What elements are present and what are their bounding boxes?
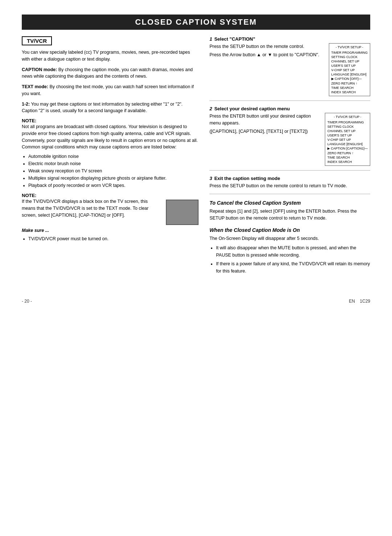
footer: - 20 - EN 1C29 <box>22 299 370 304</box>
step3-title: Exit the caption setting mode <box>214 176 280 181</box>
note2-label: NOTE: <box>22 193 199 198</box>
step2-text1: Press the ENTER button until your desire… <box>209 113 321 127</box>
step1-text1: Press the SETUP button on the remote con… <box>209 43 325 50</box>
footer-page: - 20 - <box>22 299 32 304</box>
when-section: When the Closed Caption Mode is On The O… <box>209 227 370 275</box>
text-mode-label: TEXT mode: <box>22 84 48 89</box>
menu-item: CHANNEL SET UP <box>331 59 368 64</box>
step2-content: Press the ENTER button until your desire… <box>209 113 370 166</box>
menu1-box: - TV/VCR SETUP - TIMER PROGRAMMING SETTI… <box>329 43 371 96</box>
make-sure-list: TV/DVD/VCR power must be turned on. <box>28 235 199 242</box>
menu-item: V-CHIP SET UP <box>331 68 368 72</box>
list-item: It will also disappear when the MUTE but… <box>216 244 370 259</box>
right-column: 1 Select "CAPTION" Press the SETUP butto… <box>209 36 370 277</box>
step2-text: Press the ENTER button until your desire… <box>209 113 321 135</box>
menu-item: TIME SEARCH <box>327 155 368 160</box>
menu-item: SETTING CLOCK <box>331 55 368 59</box>
list-item: Weak snowy reception on TV screen <box>28 167 199 175</box>
cancel-title: To Cancel the Closed Caption System <box>209 200 370 206</box>
step2-text2: ([CAPTION1], [CAPTION2], [TEXT1] or [TEX… <box>209 128 321 135</box>
caption-mode-label: CAPTION mode: <box>22 67 57 72</box>
onetwo-label: 1-2: <box>22 102 30 107</box>
step3-text: Press the SETUP button on the remote con… <box>209 183 370 189</box>
page-title: CLOSED CAPTION SYSTEM <box>22 15 370 30</box>
tv-screen-illustration <box>166 200 199 225</box>
list-item: Playback of poorly recorded or worn VCR … <box>28 182 199 189</box>
menu-item: INDEX SEARCH <box>327 160 368 164</box>
menu-item: CHANNEL SET UP <box>327 129 368 133</box>
note1-section: NOTE: Not all programs are broadcast wit… <box>22 118 199 189</box>
bullet-list: Automobile ignition noise Electric motor… <box>28 153 199 189</box>
footer-code: 1C29 <box>360 299 370 304</box>
text-mode-para: TEXT mode: By choosing the text mode, yo… <box>22 83 199 97</box>
menu2-box: - TV/VCR SETUP - TIMER PROGRAMMING SETTI… <box>325 113 370 166</box>
menu-item: SETTING CLOCK <box>327 124 368 129</box>
menu2-title: - TV/VCR SETUP - <box>327 115 368 119</box>
note2-section: NOTE: If the TV/DVD/VCR displays a black… <box>22 193 199 225</box>
list-item: Electric motor brush noise <box>28 160 199 167</box>
intro-text: You can view specially labeled (cc) TV p… <box>22 49 199 63</box>
list-item: If there is a power failure of any kind,… <box>216 260 370 275</box>
step3-number: 3 <box>209 176 212 181</box>
footer-right: EN 1C29 <box>349 299 370 304</box>
step1-title: Select "CAPTION" <box>214 36 255 42</box>
note1-text: Not all programs are broadcast with clos… <box>22 123 199 151</box>
when-text: The On-Screen Display will disappear aft… <box>209 235 370 242</box>
menu-item: USER'S SET UP <box>331 64 368 68</box>
footer-lang: EN <box>349 299 355 304</box>
menu-item-selected: CAPTION [OFF]— <box>331 77 368 81</box>
menu1-title: - TV/VCR SETUP - <box>331 45 368 50</box>
step2-number: 2 <box>209 106 212 111</box>
step3-section: 3 Exit the caption setting mode Press th… <box>209 176 370 194</box>
list-item: Multiplex signal reception displaying pi… <box>28 175 199 182</box>
when-title: When the Closed Caption Mode is On <box>209 227 370 233</box>
step2-header: 2 Select your desired caption menu <box>209 106 370 111</box>
menu-item: INDEX SEARCH <box>331 90 368 94</box>
menu-item: USER'S SET UP <box>327 133 368 138</box>
menu-item: ZERO RETURN ↑ <box>331 81 368 86</box>
step1-number: 1 <box>209 36 212 42</box>
make-sure-section: Make sure ... TV/DVD/VCR power must be t… <box>22 228 199 242</box>
note1-label: NOTE: <box>22 118 199 123</box>
note2-content: If the TV/DVD/VCR displays a black box o… <box>22 198 199 225</box>
cancel-text: Repeat steps [1] and [2], select [OFF] u… <box>209 208 370 222</box>
when-bullet-list: It will also disappear when the MUTE but… <box>216 244 370 275</box>
step2-section: 2 Select your desired caption menu Press… <box>209 106 370 171</box>
step1-header: 1 Select "CAPTION" <box>209 36 370 42</box>
note2-text: If the TV/DVD/VCR displays a black box o… <box>22 198 162 218</box>
onetwo-text: You may get these captions or text infor… <box>22 102 183 114</box>
menu-item: TIME SEARCH <box>331 86 368 90</box>
step1-content: Press the SETUP button on the remote con… <box>209 43 370 96</box>
step2-title: Select your desired caption menu <box>214 106 290 111</box>
menu-item: LANGUAGE [ENGLISH] <box>331 72 368 77</box>
list-item: TV/DVD/VCR power must be turned on. <box>28 235 199 242</box>
caption-mode-para: CAPTION mode: By choosing the caption mo… <box>22 66 199 80</box>
menu-item: V-CHIP SET UP <box>327 138 368 142</box>
list-item: Automobile ignition noise <box>28 153 199 160</box>
make-sure-label: Make sure ... <box>22 228 199 233</box>
menu-item: LANGUAGE [ENGLISH] <box>327 142 368 146</box>
menu-item: TIMER PROGRAMMING <box>331 50 368 55</box>
menu-item: ZERO RETURN ↑ <box>327 151 368 155</box>
menu-item-selected: CAPTION [CAPTION1]— <box>327 146 368 151</box>
tv-vcr-badge: TV/VCR <box>22 36 52 45</box>
step1-text: Press the SETUP button on the remote con… <box>209 43 325 58</box>
menu-item: TIMER PROGRAMMING <box>327 120 368 124</box>
step3-header: 3 Exit the caption setting mode <box>209 176 370 181</box>
cancel-section: To Cancel the Closed Caption System Repe… <box>209 200 370 222</box>
step1-text2: Press the Arrow button ▲ or ▼ to point t… <box>209 52 325 58</box>
left-column: TV/VCR You can view specially labeled (c… <box>22 36 199 277</box>
step1-section: 1 Select "CAPTION" Press the SETUP butto… <box>209 36 370 101</box>
onetwo-para: 1-2: You may get these captions or text … <box>22 101 199 115</box>
